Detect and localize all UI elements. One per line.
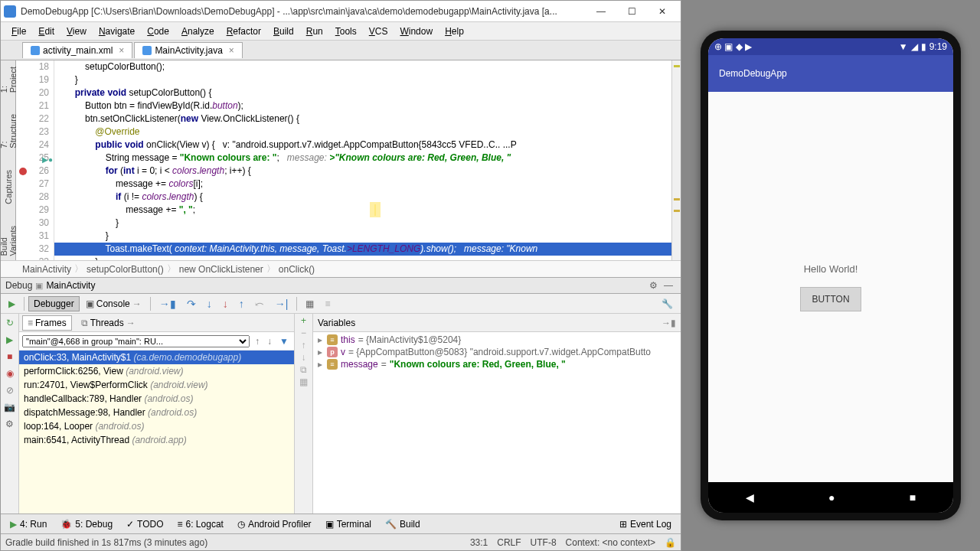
- todo-tool-button[interactable]: ✓TODO: [120, 517, 169, 531]
- demo-button[interactable]: BUTTON: [800, 287, 861, 311]
- back-button[interactable]: ◀: [746, 491, 754, 504]
- expand-icon[interactable]: ▸: [316, 347, 324, 357]
- maximize-button[interactable]: ☐: [616, 2, 647, 21]
- line-separator[interactable]: CRLF: [497, 537, 521, 548]
- menu-vcs[interactable]: VCS: [363, 24, 394, 38]
- step-out-button[interactable]: ↑: [234, 296, 249, 311]
- code-editor[interactable]: setupColorButton(); } private void setup…: [54, 60, 671, 260]
- tool-tab-captures[interactable]: Captures: [2, 167, 15, 207]
- stack-frame[interactable]: handleCallback:789, Handler (android.os): [19, 392, 294, 406]
- menu-code[interactable]: Code: [141, 24, 175, 38]
- breakpoint-icon[interactable]: [19, 168, 27, 175]
- force-step-into-button[interactable]: ↓: [218, 296, 233, 311]
- stop-button[interactable]: ■: [2, 349, 18, 364]
- line-number[interactable]: 22: [16, 112, 49, 126]
- eventlog-tool-button[interactable]: ⊞Event Log: [613, 517, 678, 531]
- line-number[interactable]: 19: [16, 73, 49, 86]
- menu-refactor[interactable]: Refactor: [220, 24, 267, 38]
- line-number[interactable]: 20: [16, 86, 49, 99]
- gutter[interactable]: 1819202122232425▶●2627282930313233343536…: [16, 60, 54, 260]
- menu-window[interactable]: Window: [394, 24, 439, 38]
- threads-tab[interactable]: ⧉Threads→: [77, 316, 140, 330]
- menu-build[interactable]: Build: [267, 24, 300, 38]
- frame-filter-button[interactable]: ▼: [277, 336, 291, 347]
- console-tab[interactable]: ▣Console→: [81, 297, 146, 311]
- breadcrumb-item[interactable]: onClick(): [279, 264, 315, 275]
- resume2-button[interactable]: ▶: [2, 332, 18, 347]
- run-tool-button[interactable]: ▶4: Run: [4, 517, 53, 531]
- new-watch-button[interactable]: +: [301, 315, 306, 326]
- line-number[interactable]: 29: [16, 204, 49, 217]
- line-number[interactable]: 33: [16, 256, 49, 260]
- menu-tools[interactable]: Tools: [329, 24, 363, 38]
- evaluate-expression-button[interactable]: ▦: [301, 297, 318, 311]
- debug-more-icon[interactable]: 🔧: [657, 297, 678, 311]
- dump-button[interactable]: 📷: [2, 399, 18, 415]
- frames-list[interactable]: onClick:33, MainActivity$1 (ca.demo.demo…: [19, 350, 294, 514]
- close-button[interactable]: ✕: [647, 2, 678, 21]
- trace-button[interactable]: ≡: [320, 297, 335, 311]
- breadcrumb[interactable]: MainActivity〉setupColorButton()〉new OnCl…: [1, 260, 681, 277]
- vars-expand-icon[interactable]: →▮: [662, 318, 676, 328]
- line-number[interactable]: 28: [16, 191, 49, 204]
- variable-row[interactable]: ▸≡ this = {MainActivity$1@5204}: [316, 334, 678, 346]
- variables-list[interactable]: ▸≡ this = {MainActivity$1@5204}▸p v = {A…: [313, 332, 681, 514]
- line-number[interactable]: 32: [16, 243, 49, 256]
- context-label[interactable]: Context: <no context>: [566, 537, 655, 548]
- debug-tool-button[interactable]: 🐞5: Debug: [54, 517, 119, 531]
- drop-frame-button[interactable]: ⤺: [250, 296, 269, 311]
- watch-more-button[interactable]: ▦: [299, 377, 308, 387]
- home-button[interactable]: ●: [828, 491, 835, 504]
- stack-frame[interactable]: performClick:6256, View (android.view): [19, 364, 294, 378]
- menu-edit[interactable]: Edit: [32, 24, 60, 38]
- frames-tab[interactable]: ≡Frames: [22, 315, 72, 331]
- stack-frame[interactable]: loop:164, Looper (android.os): [19, 419, 294, 433]
- line-number[interactable]: 21: [16, 99, 49, 112]
- breadcrumb-item[interactable]: new OnClickListener: [179, 264, 263, 275]
- line-number[interactable]: 30: [16, 217, 49, 230]
- resume-button[interactable]: ▶: [4, 297, 20, 311]
- close-icon[interactable]: ×: [119, 45, 124, 56]
- menu-analyze[interactable]: Analyze: [175, 24, 220, 38]
- close-icon[interactable]: ×: [229, 45, 234, 56]
- menu-view[interactable]: View: [60, 24, 93, 38]
- settings2-button[interactable]: ⚙: [2, 416, 18, 432]
- variable-row[interactable]: ▸≡ message = "Known colours are: Red, Gr…: [316, 358, 678, 370]
- line-number[interactable]: 24: [16, 139, 49, 152]
- line-number[interactable]: 18: [16, 60, 49, 73]
- remove-watch-button[interactable]: −: [301, 328, 306, 338]
- expand-icon[interactable]: ▸: [316, 334, 324, 345]
- menu-file[interactable]: File: [5, 24, 32, 38]
- editor-tab-0[interactable]: activity_main.xml×: [22, 42, 132, 58]
- stack-frame[interactable]: run:24701, View$PerformClick (android.vi…: [19, 378, 294, 392]
- frame-up-button[interactable]: ↑: [253, 336, 262, 347]
- stack-frame[interactable]: main:6541, ActivityThread (android.app): [19, 433, 294, 447]
- breadcrumb-item[interactable]: setupColorButton(): [87, 264, 164, 275]
- watch-down-button[interactable]: ↓: [302, 352, 306, 363]
- lock-icon[interactable]: 🔒: [665, 537, 676, 548]
- debug-config-name[interactable]: MainActivity: [46, 280, 95, 291]
- minimize-button[interactable]: —: [586, 2, 616, 21]
- variable-row[interactable]: ▸p v = {AppCompatButton@5083} "android.s…: [316, 346, 678, 358]
- view-breakpoints-button[interactable]: ◉: [2, 366, 18, 381]
- rerun-button[interactable]: ↻: [2, 315, 18, 331]
- encoding[interactable]: UTF-8: [531, 537, 557, 548]
- editor-tab-1[interactable]: MainActivity.java×: [134, 42, 243, 58]
- stack-frame[interactable]: onClick:33, MainActivity$1 (ca.demo.demo…: [19, 350, 294, 364]
- line-number[interactable]: 26: [16, 165, 49, 178]
- debugger-tab[interactable]: Debugger: [28, 296, 80, 311]
- line-number[interactable]: 31: [16, 230, 49, 243]
- breadcrumb-item[interactable]: MainActivity: [22, 264, 71, 275]
- stack-frame[interactable]: dispatchMessage:98, Handler (android.os): [19, 406, 294, 419]
- watch-up-button[interactable]: ↑: [302, 340, 306, 350]
- expand-icon[interactable]: ▸: [316, 359, 324, 370]
- profiler-tool-button[interactable]: ◷Android Profiler: [231, 517, 318, 531]
- build-tool-button[interactable]: 🔨Build: [379, 517, 426, 531]
- menu-navigate[interactable]: Navigate: [93, 24, 141, 38]
- line-number[interactable]: 23: [16, 126, 49, 139]
- show-execution-point-button[interactable]: →▮: [155, 296, 181, 311]
- debug-hide-icon[interactable]: —: [661, 280, 676, 291]
- debug-settings-icon[interactable]: ⚙: [646, 280, 661, 291]
- terminal-tool-button[interactable]: ▣Terminal: [319, 517, 377, 531]
- menu-run[interactable]: Run: [300, 24, 329, 38]
